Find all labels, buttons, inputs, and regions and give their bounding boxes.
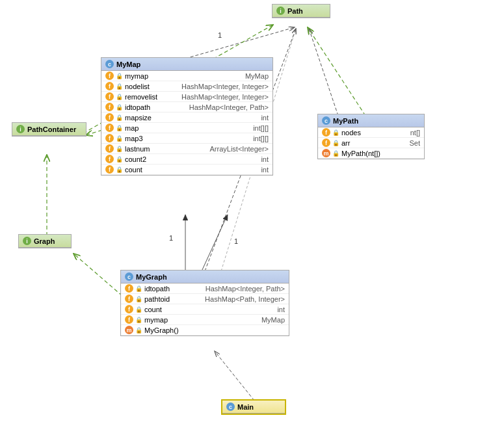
main-name: Main bbox=[237, 403, 254, 411]
class-mygraph[interactable]: c MyGraph f 🔒 idtopath HashMap<Integer, … bbox=[120, 270, 289, 336]
mypath-row-3: m 🔒 MyPath(nt[]) bbox=[318, 148, 424, 159]
svg-text:1: 1 bbox=[169, 234, 173, 242]
mygraph-row-1: f 🔒 idtopath HashMap<Integer, Path> bbox=[121, 283, 289, 294]
class-graph[interactable]: i Graph bbox=[18, 234, 72, 248]
mymap-row-4: f 🔒 idtopath HashMap<Integer, Path> bbox=[101, 102, 272, 112]
mygraph-row-4: f 🔒 mymap MyMap bbox=[121, 315, 289, 325]
mymap-row-2: f 🔒 nodelist HashMap<Integer, Integer> bbox=[101, 81, 272, 92]
mypath-row-2: f 🔒 arr Set bbox=[318, 138, 424, 148]
mygraph-name: MyGraph bbox=[136, 273, 167, 281]
mymap-row-9: f 🔒 count2 int bbox=[101, 154, 272, 165]
mymap-row-10: f 🔒 count int bbox=[101, 165, 272, 175]
mymap-row-7: f 🔒 map3 int[][] bbox=[101, 133, 272, 144]
class-mymap[interactable]: c MyMap f 🔒 mymap MyMap f 🔒 nodelist Has… bbox=[101, 57, 273, 176]
diagram-canvas: 1 1 1 i Path bbox=[0, 0, 478, 448]
class-path[interactable]: i Path bbox=[272, 4, 330, 18]
mymap-row-6: f 🔒 map int[][] bbox=[101, 123, 272, 133]
mymap-name: MyMap bbox=[116, 60, 140, 68]
svg-line-14 bbox=[86, 130, 102, 135]
pathcontainer-header: i PathContainer bbox=[12, 123, 86, 136]
class-main[interactable]: c Main bbox=[221, 399, 286, 415]
mypath-icon: c bbox=[322, 116, 330, 125]
mymap-icon: c bbox=[105, 60, 114, 68]
svg-line-5 bbox=[309, 29, 338, 116]
main-header: c Main bbox=[222, 401, 285, 414]
svg-text:1: 1 bbox=[218, 31, 222, 39]
path-header: i Path bbox=[272, 5, 330, 18]
svg-line-3 bbox=[185, 27, 295, 59]
graph-icon: i bbox=[23, 237, 31, 245]
mygraph-header: c MyGraph bbox=[121, 270, 289, 283]
graph-name: Graph bbox=[34, 237, 55, 245]
mygraph-icon: c bbox=[125, 272, 133, 281]
path-icon: i bbox=[276, 7, 285, 15]
mypath-name: MyPath bbox=[333, 117, 358, 125]
mygraph-row-3: f 🔒 count int bbox=[121, 304, 289, 315]
mygraph-row-2: f 🔒 pathtoid HashMap<Path, Integer> bbox=[121, 294, 289, 304]
svg-line-15 bbox=[308, 27, 365, 116]
path-name: Path bbox=[287, 7, 303, 15]
mymap-row-5: f 🔒 mapsize int bbox=[101, 112, 272, 123]
svg-line-13 bbox=[73, 254, 122, 296]
svg-text:1: 1 bbox=[234, 237, 238, 245]
class-mypath[interactable]: c MyPath f 🔒 nodes nt[] f 🔒 arr Set m 🔒 … bbox=[317, 114, 425, 159]
mymap-row-1: f 🔒 mymap MyMap bbox=[101, 71, 272, 81]
mymap-row-3: f 🔒 removelist HashMap<Integer, Integer> bbox=[101, 92, 272, 102]
mymap-row-8: f 🔒 lastnum ArrayList<Integer> bbox=[101, 144, 272, 154]
main-icon: c bbox=[226, 402, 235, 411]
mymap-header: c MyMap bbox=[101, 58, 272, 71]
mypath-header: c MyPath bbox=[318, 114, 424, 127]
class-pathcontainer[interactable]: i PathContainer bbox=[12, 122, 86, 137]
svg-line-16 bbox=[215, 351, 254, 401]
svg-line-9 bbox=[202, 215, 228, 271]
mygraph-row-5: m 🔒 MyGraph() bbox=[121, 325, 289, 336]
mypath-row-1: f 🔒 nodes nt[] bbox=[318, 127, 424, 138]
graph-header: i Graph bbox=[19, 235, 71, 248]
pathcontainer-icon: i bbox=[16, 125, 25, 133]
pathcontainer-name: PathContainer bbox=[27, 125, 76, 133]
